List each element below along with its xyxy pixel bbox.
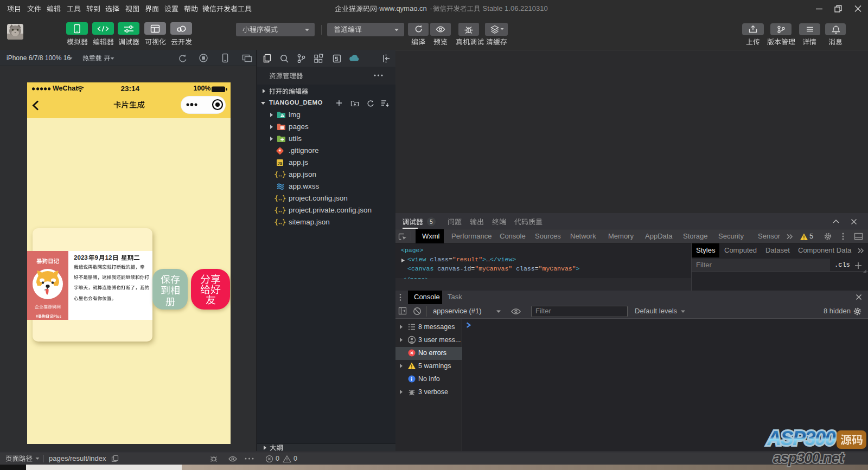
svg-text:JS: JS: [277, 161, 282, 166]
svg-text:asp300.net: asp300.net: [773, 450, 845, 466]
svg-text:5: 5: [430, 218, 433, 225]
svg-text:ASP300: ASP300: [767, 427, 836, 449]
